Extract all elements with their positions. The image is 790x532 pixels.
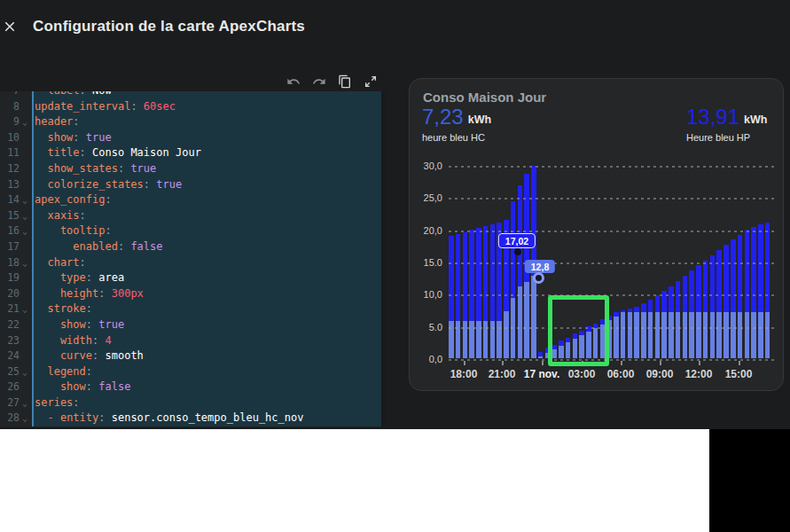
token-key: show — [35, 318, 86, 331]
bar-segment-hp — [463, 232, 468, 321]
token-pun: : — [92, 334, 105, 347]
code-line[interactable]: 10 show: true — [0, 130, 381, 146]
fold-arrow-icon[interactable]: ⌄ — [20, 301, 30, 317]
bar — [669, 286, 674, 358]
fold-spacer — [20, 130, 30, 146]
fold-arrow-icon[interactable]: ⌄ — [20, 208, 30, 224]
token-key: show — [35, 380, 86, 393]
token-pun: : — [73, 396, 79, 409]
fold-spacer — [20, 270, 30, 286]
y-axis-label: 0,0 — [410, 354, 442, 364]
fold-arrow-icon[interactable]: ⌄ — [20, 114, 30, 130]
y-axis-label: 15.0 — [410, 257, 442, 268]
code-line[interactable]: 26 show: false — [0, 379, 381, 395]
gridline — [449, 327, 775, 329]
code-line[interactable]: 20 height: 300px — [0, 286, 381, 302]
code-line[interactable]: 15⌄ xaxis: — [0, 208, 381, 224]
code-text: title: Conso Maison Jour — [30, 145, 201, 161]
y-axis-label: 20,0 — [410, 225, 442, 236]
code-line[interactable]: 7 label: Now — [0, 91, 381, 99]
code-text: curve: smooth — [30, 348, 144, 364]
redo-icon[interactable] — [312, 74, 326, 89]
token-key: entity — [60, 411, 98, 424]
x-axis-label: 18:00 — [450, 368, 478, 380]
token-pun: : — [73, 115, 79, 128]
line-number: 27 — [0, 395, 20, 411]
bar-segment-hp — [449, 236, 454, 321]
token-pun: : — [98, 287, 111, 300]
bar-segment-hc — [614, 317, 619, 358]
close-icon[interactable] — [2, 19, 18, 35]
code-line[interactable]: 8update_interval: 60sec — [0, 99, 381, 115]
bar-segment-hp — [731, 239, 736, 311]
code-line[interactable]: 21⌄ stroke: — [0, 301, 381, 317]
token-pun: : — [105, 224, 111, 237]
fold-arrow-icon[interactable]: ⌄ — [20, 192, 30, 208]
gridline — [449, 262, 775, 264]
bar-chart[interactable]: 17,02 12,8 30,025,020,015.010,05.00,018:… — [410, 79, 783, 390]
editor-toolbar — [0, 71, 387, 91]
token-pun: : — [144, 178, 156, 191]
fold-arrow-icon[interactable]: ⌄ — [20, 223, 30, 239]
bar — [511, 201, 516, 358]
code-line[interactable]: 9⌄header: — [0, 114, 381, 130]
fold-arrow-icon[interactable]: ⌄ — [20, 364, 30, 380]
bar-segment-hp — [661, 291, 667, 312]
code-line[interactable]: 11 title: Conso Maison Jour — [0, 145, 381, 161]
bar-segment-hp — [469, 230, 474, 321]
expand-icon[interactable] — [364, 74, 378, 89]
code-line[interactable]: 23 width: 4 — [0, 333, 381, 349]
code-line[interactable]: 27⌄series: — [0, 395, 381, 411]
bar-segment-hc — [538, 356, 544, 358]
bar-segment-hc — [648, 312, 653, 358]
token-pun: : — [86, 365, 92, 378]
code-line[interactable]: 19 type: area — [0, 270, 381, 286]
y-axis-label: 30,0 — [410, 160, 442, 171]
token-bool: true — [130, 162, 156, 175]
fold-arrow-icon[interactable]: ⌄ — [20, 411, 30, 426]
fold-spacer — [20, 348, 30, 364]
code-line[interactable]: 22 show: true — [0, 317, 381, 333]
fold-arrow-icon[interactable]: ⌄ — [20, 255, 30, 271]
bar-segment-hc — [661, 312, 667, 358]
code-line[interactable]: 18⌄ chart: — [0, 255, 381, 271]
bar — [621, 310, 626, 358]
code-text: show: true — [30, 130, 112, 146]
token-pun: : — [80, 91, 92, 97]
line-number: 25 — [0, 364, 20, 380]
token-pun: : — [86, 302, 92, 315]
code-line[interactable]: 24 curve: smooth — [0, 348, 381, 364]
bar-segment-hp — [738, 235, 743, 312]
highlight-annotation-box — [548, 295, 609, 366]
line-number: 7 — [0, 91, 20, 99]
code-line[interactable]: 17 enabled: false — [0, 239, 381, 255]
bar-segment-hc — [655, 312, 661, 358]
bar — [689, 270, 694, 358]
copy-icon[interactable] — [338, 74, 352, 89]
token-str: smooth — [105, 349, 143, 362]
token-key: width — [35, 334, 92, 347]
undo-icon[interactable] — [286, 74, 301, 89]
code-text: enabled: false — [30, 239, 163, 255]
code-line[interactable]: 28⌄ - entity: sensor.conso_tempo_bleu_hc… — [0, 411, 381, 426]
x-axis-tick — [699, 361, 700, 365]
y-axis-label: 10,0 — [410, 289, 442, 300]
code-text: show_states: true — [30, 161, 156, 177]
editor-scrollbar[interactable] — [381, 91, 387, 426]
code-text: show: false — [30, 379, 130, 395]
token-bool: true — [86, 131, 112, 144]
fold-arrow-icon[interactable]: ⌄ — [20, 395, 30, 411]
code-line[interactable]: 14⌄apex_config: — [0, 192, 381, 208]
bar — [676, 281, 681, 358]
yaml-editor[interactable]: 7 label: Now8update_interval: 60sec9⌄hea… — [0, 91, 387, 426]
code-line[interactable]: 16⌄ tooltip: — [0, 223, 381, 239]
token-pun: : — [105, 193, 111, 206]
line-number: 21 — [0, 301, 20, 317]
line-number: 18 — [0, 255, 20, 271]
token-num: 60sec — [144, 100, 176, 113]
code-line[interactable]: 25⌄ legend: — [0, 364, 381, 380]
datapoint-marker-hc — [533, 272, 544, 284]
bar — [641, 303, 646, 358]
code-line[interactable]: 13 colorize_states: true — [0, 177, 381, 193]
code-line[interactable]: 12 show_states: true — [0, 161, 381, 177]
